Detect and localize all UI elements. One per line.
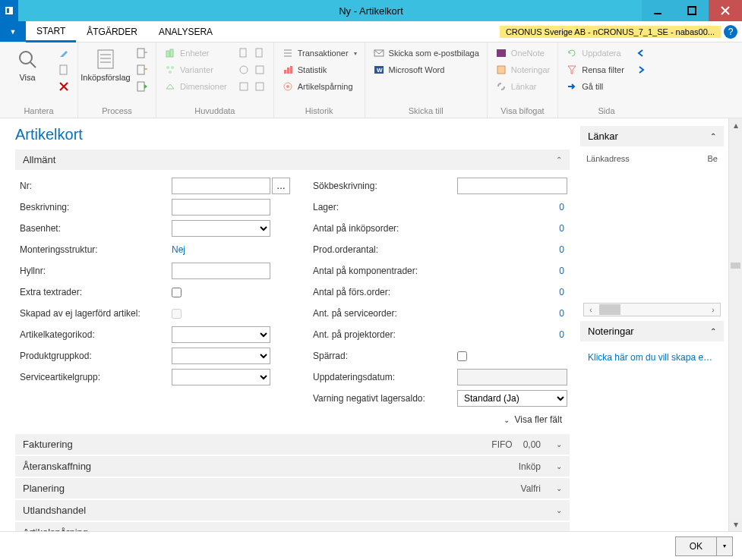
factbox-lankar-header[interactable]: Länkar ⌃ (580, 126, 724, 146)
tab-start[interactable]: START (26, 21, 76, 42)
svg-point-21 (240, 66, 248, 74)
units-icon (164, 47, 176, 59)
scroll-left-icon[interactable]: ‹ (584, 306, 598, 314)
lankar-button[interactable]: Länkar (492, 79, 553, 94)
factbox-noteringar-header[interactable]: Noteringar ⌃ (580, 321, 724, 341)
ok-button[interactable]: OK (676, 537, 716, 555)
label-extra-textrader: Extra textrader: (20, 287, 172, 297)
noteringar-create-link[interactable]: Klicka här om du vill skapa en ny... (580, 346, 724, 369)
inkopsforslag-button[interactable]: Inköpsförslag (83, 44, 128, 82)
show-more-fields[interactable]: ⌄ Visa fler fält (15, 410, 570, 433)
fasttab-planering[interactable]: Planering Valfri ⌄ (15, 478, 570, 499)
statistik-button[interactable]: Statistik (279, 62, 360, 77)
process-btn-2[interactable] (133, 62, 151, 77)
doc-small2-icon (254, 47, 266, 59)
huvud-btn-1[interactable] (235, 46, 269, 61)
doc-play-icon (136, 80, 148, 93)
epost-button[interactable]: Skicka som e-postbilaga (370, 46, 482, 61)
doc-small4-icon (254, 64, 266, 76)
sparrad-checkbox[interactable] (457, 351, 467, 361)
scroll-down-icon[interactable]: ▾ (729, 518, 742, 531)
rensa-filter-button[interactable]: Rensa filter (563, 62, 627, 77)
hyllnr-input[interactable] (172, 263, 270, 279)
col-lankadress: Länkadress (586, 154, 708, 163)
col-be: Be (708, 154, 718, 163)
next-button[interactable] (632, 62, 650, 77)
company-indicator: CRONUS Sverige AB - nCRONUS_7_1_SE - nab… (500, 26, 721, 38)
nr-lookup-button[interactable]: … (272, 178, 290, 194)
scroll-thumb[interactable] (599, 304, 620, 315)
transaktioner-button[interactable]: Transaktioner▾ (279, 46, 360, 61)
label-serviceartikelgrupp: Serviceartikelgrupp: (20, 372, 172, 382)
prodorder-value[interactable]: 0 (457, 244, 567, 255)
lager-value[interactable]: 0 (457, 202, 567, 212)
artikelkategorikod-select[interactable] (172, 326, 270, 343)
fasttab-ateranskaffning[interactable]: Återanskaffning Inköp ⌄ (15, 456, 570, 477)
onenote-button[interactable]: OneNote (492, 46, 553, 61)
dimensioner-button[interactable]: Dimensioner (161, 79, 230, 94)
fasttab-fakturering[interactable]: Fakturering FIFO0,00 ⌄ (15, 434, 570, 455)
main-scrollbar[interactable]: ▴ ▾ (728, 118, 742, 531)
ok-split-button[interactable]: OK ▾ (675, 536, 733, 556)
process-btn-3[interactable] (133, 79, 151, 94)
label-komponentrader: Antal på komponentrader: (313, 266, 457, 276)
nr-input[interactable] (172, 178, 270, 194)
svg-rect-15 (170, 49, 173, 57)
serviceartikelgrupp-select[interactable] (172, 369, 270, 385)
huvud-btn-2[interactable] (235, 62, 269, 77)
varning-select[interactable]: Standard (Ja) (457, 390, 567, 407)
prev-button[interactable] (632, 46, 650, 61)
group-process: Process (83, 104, 151, 118)
scroll-up-icon[interactable]: ▴ (729, 118, 742, 132)
label-serviceorder: Ant. på serviceorder: (313, 308, 457, 319)
scroll-right-icon[interactable]: › (706, 306, 720, 314)
tab-atgarder[interactable]: ÅTGÄRDER (76, 21, 148, 42)
word-button[interactable]: WMicrosoft Word (370, 62, 482, 77)
edit-button[interactable] (55, 46, 73, 61)
svg-point-18 (169, 71, 172, 74)
fasttab-artikelsparning[interactable]: Artikelspårning ⌄ (15, 522, 570, 531)
produktgruppkod-select[interactable] (172, 348, 270, 364)
svg-rect-20 (256, 49, 262, 57)
komponentrader-value[interactable]: 0 (457, 266, 567, 276)
new-doc-icon (58, 64, 70, 76)
app-icon (0, 0, 18, 21)
noteringar-button[interactable]: Noteringar (492, 62, 553, 77)
projektorder-value[interactable]: 0 (457, 329, 567, 340)
ok-dropdown[interactable]: ▾ (716, 537, 732, 555)
new-button[interactable] (55, 62, 73, 77)
extra-textrader-checkbox[interactable] (172, 288, 182, 297)
fasttab-allmant-header[interactable]: Allmänt ⌃ (15, 149, 570, 170)
monteringsstruktur-value[interactable]: Nej (172, 244, 185, 255)
factbox-hscroll[interactable]: ‹ › (583, 303, 721, 316)
fasttab-utlandshandel[interactable]: Utlandshandel ⌄ (15, 500, 570, 521)
clear-filter-icon (566, 64, 578, 76)
huvud-btn-3[interactable] (235, 79, 269, 94)
svg-rect-1 (7, 8, 9, 13)
close-button[interactable] (709, 0, 742, 21)
label-skapad-av: Skapad av ej lagerförd artikel: (20, 308, 172, 319)
chevron-down-icon: ⌄ (556, 528, 562, 531)
basenhet-select[interactable] (172, 220, 270, 237)
file-tab[interactable]: ▼ (0, 21, 26, 42)
beskrivning-input[interactable] (172, 199, 270, 216)
tab-analysera[interactable]: ANALYSERA (148, 21, 223, 42)
visa-button[interactable]: Visa (5, 44, 50, 82)
artikelsparning-button[interactable]: Artikelspårning (279, 79, 360, 94)
serviceorder-value[interactable]: 0 (457, 308, 567, 319)
sokbeskrivning-input[interactable] (457, 178, 567, 194)
varianter-button[interactable]: Varianter (161, 62, 230, 77)
forsorder-value[interactable]: 0 (457, 287, 567, 297)
uppdatera-button[interactable]: Uppdatera (563, 46, 627, 61)
chevron-down-icon: ⌄ (556, 484, 562, 492)
enheter-button[interactable]: Enheter (161, 46, 230, 61)
next-icon (635, 64, 647, 76)
scroll-nub[interactable] (731, 263, 740, 269)
process-btn-1[interactable] (133, 46, 151, 61)
delete-button[interactable] (55, 79, 73, 94)
gatill-button[interactable]: Gå till (563, 79, 627, 94)
minimize-button[interactable] (642, 0, 675, 21)
help-icon[interactable]: ? (724, 25, 737, 39)
maximize-button[interactable] (675, 0, 709, 21)
inkopsorder-value[interactable]: 0 (457, 223, 567, 234)
